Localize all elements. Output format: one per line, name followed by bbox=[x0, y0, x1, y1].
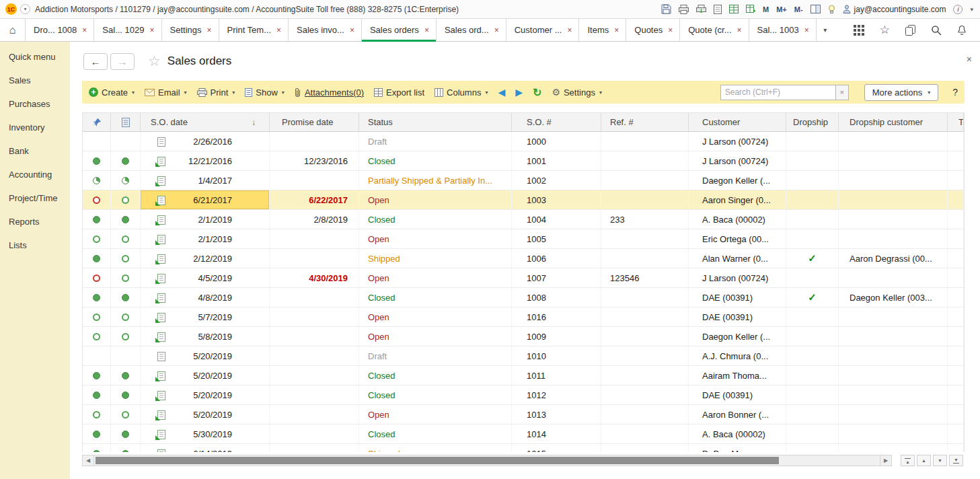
page-down-button[interactable]: ▼ bbox=[933, 455, 947, 466]
customer-cell[interactable]: A. Baca (00002) bbox=[689, 425, 786, 443]
total-cell[interactable] bbox=[948, 132, 964, 151]
dropship-cell[interactable]: ✓ bbox=[786, 385, 839, 404]
customer-cell[interactable]: J Larson (00724) bbox=[689, 151, 786, 170]
tab[interactable]: Sales ord... × bbox=[437, 19, 506, 41]
header-dropship-customer[interactable]: Dropship customer bbox=[839, 113, 948, 131]
dropship-cell[interactable]: ✓ bbox=[786, 210, 839, 229]
table-row[interactable]: 5/20/2019 Closed 1011 bbox=[83, 366, 964, 385]
tab-close-icon[interactable]: × bbox=[494, 26, 499, 34]
sidebar-item[interactable]: Project/Time bbox=[0, 186, 70, 210]
total-cell[interactable] bbox=[948, 405, 964, 424]
so-date-cell[interactable]: 12/21/2016 bbox=[141, 151, 270, 170]
shipment-status-cell[interactable] bbox=[83, 405, 111, 424]
info-icon[interactable]: i bbox=[953, 5, 963, 14]
create-button[interactable]: + Create ▾ bbox=[89, 87, 135, 98]
shipment-status-cell[interactable] bbox=[83, 268, 111, 287]
promise-date-cell[interactable] bbox=[270, 425, 359, 443]
memory-m-minus-button[interactable]: M- bbox=[794, 5, 803, 13]
invoice-status-cell[interactable] bbox=[111, 229, 141, 248]
so-date-cell[interactable]: 2/1/2019 bbox=[141, 229, 270, 248]
titlebar-caret-icon[interactable]: ▾ bbox=[970, 6, 973, 13]
promise-date-cell[interactable] bbox=[270, 171, 359, 190]
more-actions-button[interactable]: More actions ▾ bbox=[864, 84, 938, 101]
tab[interactable]: Quote (cr... × bbox=[680, 19, 749, 41]
go-to-bottom-button[interactable]: ▼ bbox=[949, 455, 963, 466]
table-row[interactable]: 6/14/2019 Shipped 1015 bbox=[83, 444, 964, 452]
header-total[interactable]: To... bbox=[948, 113, 964, 131]
invoice-status-cell[interactable] bbox=[111, 327, 141, 346]
shipment-status-cell[interactable] bbox=[83, 288, 111, 307]
sidebar-item[interactable]: Sales bbox=[0, 69, 70, 92]
tab[interactable]: Quotes × bbox=[626, 19, 680, 41]
dropship-cell[interactable]: ✓ bbox=[786, 171, 839, 190]
promise-date-cell[interactable] bbox=[270, 288, 359, 307]
split-window-icon[interactable] bbox=[811, 5, 821, 13]
dropship-customer-cell[interactable] bbox=[839, 366, 948, 385]
status-cell[interactable]: Partially Shipped & Partially In... bbox=[359, 171, 512, 190]
customer-cell[interactable]: DAE (00391) bbox=[689, 288, 786, 307]
print-button[interactable]: Print ▾ bbox=[197, 87, 235, 98]
shipment-status-cell[interactable] bbox=[83, 385, 111, 404]
invoice-status-cell[interactable] bbox=[111, 288, 141, 307]
status-cell[interactable]: Open bbox=[359, 229, 512, 248]
status-cell[interactable]: Draft bbox=[359, 132, 512, 151]
so-number-cell[interactable]: 1012 bbox=[512, 385, 601, 404]
scroll-left-icon[interactable]: ◀ bbox=[82, 455, 94, 466]
so-number-cell[interactable]: 1015 bbox=[512, 444, 601, 452]
dropship-cell[interactable]: ✓ bbox=[786, 132, 839, 151]
invoice-status-cell[interactable] bbox=[111, 171, 141, 190]
columns-button[interactable]: Columns ▾ bbox=[435, 87, 488, 98]
tab[interactable]: Items × bbox=[579, 19, 626, 41]
total-cell[interactable] bbox=[948, 425, 964, 443]
favorites-star-icon[interactable]: ☆ bbox=[880, 23, 890, 37]
promise-date-cell[interactable]: 6/22/2017 bbox=[270, 190, 359, 209]
tab[interactable]: Sal... 1003 × bbox=[749, 19, 817, 41]
invoice-status-cell[interactable] bbox=[111, 151, 141, 170]
customer-cell[interactable]: J Larson (00724) bbox=[689, 268, 786, 287]
tip-icon[interactable] bbox=[828, 5, 835, 14]
header-status[interactable]: Status bbox=[359, 113, 512, 131]
table-row[interactable]: 2/26/2016 Draft 1000 bbox=[83, 132, 964, 151]
header-so-date[interactable]: S.O. date ↓ bbox=[141, 113, 270, 131]
so-number-cell[interactable]: 1010 bbox=[512, 346, 601, 365]
sidebar-item[interactable]: Purchases bbox=[0, 92, 70, 116]
dropship-customer-cell[interactable] bbox=[839, 229, 948, 248]
total-cell[interactable] bbox=[948, 307, 964, 326]
sidebar-item[interactable]: Quick menu bbox=[0, 45, 70, 69]
shipment-status-cell[interactable] bbox=[83, 132, 111, 151]
so-number-cell[interactable]: 1008 bbox=[512, 288, 601, 307]
sidebar-item[interactable]: Accounting bbox=[0, 163, 70, 186]
so-date-cell[interactable]: 5/7/2019 bbox=[141, 307, 270, 326]
invoice-status-cell[interactable] bbox=[111, 346, 141, 365]
tab-close-icon[interactable]: × bbox=[276, 26, 281, 34]
status-cell[interactable]: Closed bbox=[359, 385, 512, 404]
dropship-customer-cell[interactable] bbox=[839, 425, 948, 443]
table-row[interactable]: 5/8/2019 Open 1009 bbox=[83, 327, 964, 346]
table-row[interactable]: 2/12/2019 Shipped 1006 bbox=[83, 249, 964, 268]
table-row[interactable]: 5/20/2019 Closed 1012 bbox=[83, 385, 964, 405]
table-row[interactable]: 5/30/2019 Closed 1014 bbox=[83, 425, 964, 444]
total-cell[interactable] bbox=[948, 444, 964, 452]
tab[interactable]: Settings × bbox=[162, 19, 219, 41]
tab-close-icon[interactable]: × bbox=[804, 26, 809, 34]
so-number-cell[interactable]: 1004 bbox=[512, 210, 601, 229]
ref-number-cell[interactable] bbox=[601, 132, 689, 151]
dropship-customer-cell[interactable] bbox=[839, 268, 948, 287]
so-number-cell[interactable]: 1007 bbox=[512, 268, 601, 287]
total-cell[interactable] bbox=[948, 210, 964, 229]
dropship-cell[interactable]: ✓ bbox=[786, 425, 839, 443]
promise-date-cell[interactable]: 4/30/2019 bbox=[270, 268, 359, 287]
promise-date-cell[interactable] bbox=[270, 229, 359, 248]
back-button[interactable]: ← bbox=[83, 53, 108, 70]
dropship-cell[interactable]: ✓ bbox=[786, 229, 839, 248]
tab-close-icon[interactable]: × bbox=[567, 26, 572, 34]
dropship-cell[interactable]: ✓ bbox=[786, 405, 839, 424]
promise-date-cell[interactable] bbox=[270, 366, 359, 385]
customer-cell[interactable]: J Larson (00724) bbox=[689, 132, 786, 151]
ref-number-cell[interactable] bbox=[601, 249, 689, 268]
table-row[interactable]: 2/1/2019 Open 1005 bbox=[83, 229, 964, 249]
promise-date-cell[interactable]: 12/23/2016 bbox=[270, 151, 359, 170]
dropship-cell[interactable]: ✓ bbox=[786, 444, 839, 452]
header-customer[interactable]: Customer bbox=[689, 113, 786, 131]
customer-cell[interactable]: Eric Ortega (00... bbox=[689, 229, 786, 248]
